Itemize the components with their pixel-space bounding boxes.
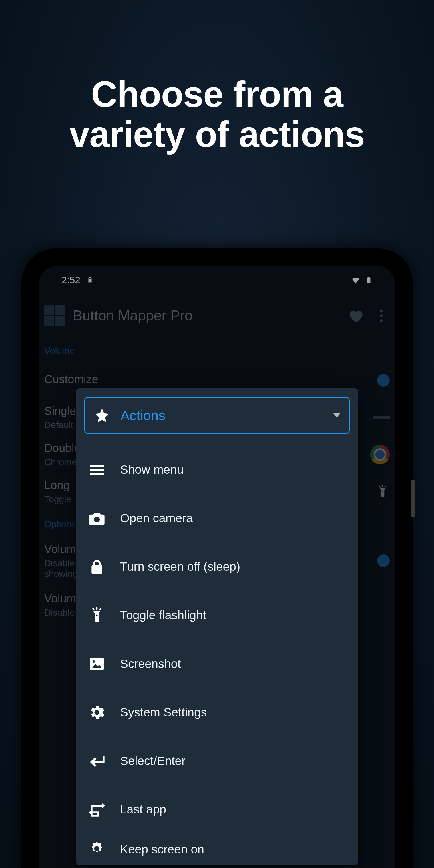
toggle-on-icon[interactable] [377,374,390,386]
device-power-button [411,480,415,517]
status-time: 2:52 [61,274,80,285]
headline-line-2: variety of actions [69,114,365,155]
action-open-camera[interactable]: Open camera [88,494,346,542]
chevron-down-icon [334,413,340,417]
app-bar: Button Mapper Pro [38,294,396,337]
action-last-app[interactable]: Last app [88,785,346,834]
screen: 2:52 Button Mapper Pro Volume [38,266,396,868]
enter-icon [88,752,106,770]
action-label: Toggle flashlight [120,609,206,622]
device-frame: 2:52 Button Mapper Pro Volume [22,248,412,868]
dash-icon [373,416,390,418]
settings-icon [88,703,106,721]
section-header-volume: Volume [44,345,390,356]
promo-headline: Choose from a variety of actions [0,74,434,155]
actions-dropdown: Actions Show menu Open camera Turn scree… [76,388,358,865]
action-label: Show menu [120,463,184,476]
action-label: Screenshot [120,657,181,671]
toggle-on-icon[interactable] [377,555,390,567]
action-keep-screen-on[interactable]: Keep screen on [88,834,346,865]
action-select-enter[interactable]: Select/Enter [88,737,346,785]
action-label: Turn screen off (sleep) [120,560,240,574]
app-icon [44,305,65,326]
actions-dropdown-label: Actions [121,408,334,424]
status-bar: 2:52 [38,266,396,294]
brightness-icon [88,840,106,859]
action-turn-screen-off[interactable]: Turn screen off (sleep) [88,542,346,591]
favorite-icon[interactable] [347,307,364,324]
star-icon [94,407,110,424]
action-toggle-flashlight[interactable]: Toggle flashlight [88,591,346,640]
action-label: System Settings [120,706,207,719]
lock-icon [88,558,106,576]
action-screenshot[interactable]: Screenshot [88,640,346,688]
last-app-icon [88,800,106,818]
action-label: Last app [120,803,166,816]
action-label: Open camera [120,512,193,525]
image-icon [88,655,106,673]
action-label: Keep screen on [120,843,204,856]
battery-icon [365,276,373,283]
action-list: Show menu Open camera Turn screen off (s… [76,445,358,865]
action-label: Select/Enter [120,754,186,768]
chrome-app-icon [370,445,390,464]
flashlight-icon [88,606,106,624]
camera-icon [88,509,106,527]
battery-small-icon [86,276,94,284]
flashlight-bg-icon [375,485,390,499]
action-system-settings[interactable]: System Settings [88,688,346,737]
app-title: Button Mapper Pro [73,307,338,324]
more-menu-icon[interactable] [373,307,390,324]
action-show-menu[interactable]: Show menu [88,445,346,494]
headline-line-1: Choose from a [91,74,343,115]
wifi-icon [350,274,361,285]
actions-dropdown-selector[interactable]: Actions [84,397,350,434]
menu-icon [88,461,106,479]
